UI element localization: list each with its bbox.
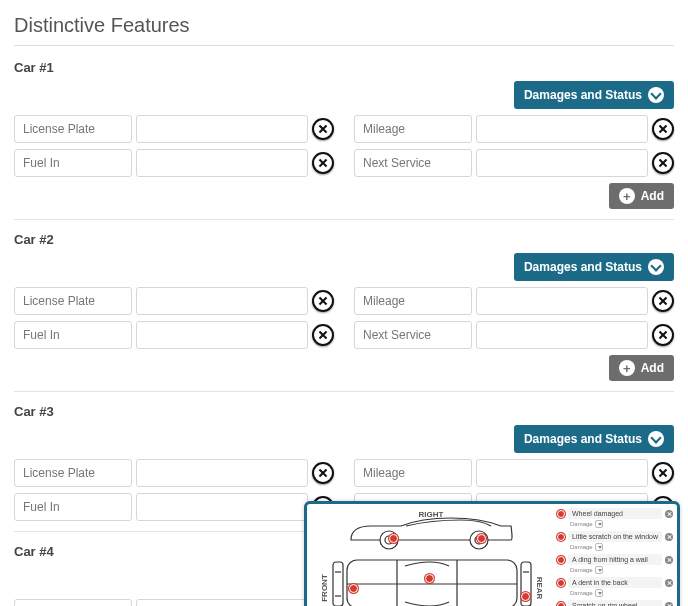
car-title: Car #1 — [14, 60, 674, 75]
next-service-input[interactable] — [476, 321, 648, 349]
damage-list-item: A dent in the back Damage — [557, 577, 673, 597]
delete-damage-button[interactable] — [665, 602, 673, 606]
svg-rect-4 — [347, 560, 517, 606]
diagram-label-right: RIGHT — [419, 510, 444, 519]
fuel-in-label: Fuel In — [14, 321, 132, 349]
license-plate-input[interactable] — [136, 115, 308, 143]
delete-field-button[interactable] — [652, 152, 674, 174]
damages-status-label: Damages and Status — [524, 88, 642, 102]
damage-type-dropdown[interactable] — [595, 543, 603, 551]
damage-list: Wheel damaged Damage Little scratch on t… — [555, 504, 677, 606]
delete-damage-button[interactable] — [665, 556, 673, 564]
mileage-input[interactable] — [476, 287, 648, 315]
damages-status-button[interactable]: Damages and Status — [514, 425, 674, 453]
damage-description: Wheel damaged — [568, 508, 662, 519]
license-plate-label: License Plate — [14, 459, 132, 487]
license-plate-input[interactable] — [136, 599, 308, 606]
mileage-input[interactable] — [476, 115, 648, 143]
license-plate-input[interactable] — [136, 459, 308, 487]
fuel-in-input[interactable] — [136, 149, 308, 177]
license-plate-label: License Plate — [14, 287, 132, 315]
fuel-in-label: Fuel In — [14, 149, 132, 177]
diagram-label-rear: REAR — [535, 577, 544, 600]
damage-bullet-icon — [557, 533, 565, 541]
fuel-in-label: Fuel In — [14, 493, 132, 521]
damages-status-button[interactable]: Damages and Status — [514, 81, 674, 109]
mileage-label: Mileage — [354, 459, 472, 487]
car-diagram[interactable]: RIGHT LEFT FRONT REAR — [307, 504, 555, 606]
damage-marker[interactable] — [349, 584, 358, 593]
car-block: Car #1 Damages and Status License Plate … — [14, 60, 674, 220]
delete-field-button[interactable] — [652, 462, 674, 484]
delete-damage-button[interactable] — [665, 510, 673, 518]
fuel-in-input[interactable] — [136, 493, 308, 521]
damage-type-dropdown[interactable] — [595, 566, 603, 574]
car-title: Car #3 — [14, 404, 674, 419]
car-title: Car #2 — [14, 232, 674, 247]
title-separator — [14, 45, 674, 46]
damage-marker[interactable] — [521, 592, 530, 601]
block-separator — [14, 219, 674, 220]
car-block: Car #2 Damages and Status License Plate … — [14, 232, 674, 392]
block-separator — [14, 391, 674, 392]
damage-type-label: Damage — [568, 567, 593, 573]
fuel-in-input[interactable] — [136, 321, 308, 349]
page-title: Distinctive Features — [14, 14, 674, 37]
damage-type-label: Damage — [568, 590, 593, 596]
license-plate-input[interactable] — [136, 287, 308, 315]
delete-damage-button[interactable] — [665, 579, 673, 587]
delete-field-button[interactable] — [312, 118, 334, 140]
damage-bullet-icon — [557, 510, 565, 518]
add-label: Add — [641, 361, 664, 375]
damage-description: A ding from hitting a wall — [568, 554, 662, 565]
delete-field-button[interactable] — [652, 290, 674, 312]
damages-status-label: Damages and Status — [524, 432, 642, 446]
damages-status-label: Damages and Status — [524, 260, 642, 274]
damage-description: Little scratch on the window — [568, 531, 662, 542]
delete-field-button[interactable] — [652, 118, 674, 140]
delete-field-button[interactable] — [312, 152, 334, 174]
damage-list-item: A ding from hitting a wall Damage — [557, 554, 673, 574]
damage-bullet-icon — [557, 556, 565, 564]
license-plate-label: License Plate — [14, 115, 132, 143]
damages-status-button[interactable]: Damages and Status — [514, 253, 674, 281]
damage-type-label: Damage — [568, 521, 593, 527]
delete-field-button[interactable] — [312, 324, 334, 346]
plus-icon: + — [619, 360, 635, 376]
chevron-down-icon — [648, 259, 664, 275]
chevron-down-icon — [648, 87, 664, 103]
mileage-label: Mileage — [354, 115, 472, 143]
diagram-label-front: FRONT — [320, 574, 329, 602]
delete-field-button[interactable] — [652, 324, 674, 346]
add-field-button[interactable]: + Add — [609, 355, 674, 381]
damage-bullet-icon — [557, 579, 565, 587]
chevron-down-icon — [648, 431, 664, 447]
mileage-input[interactable] — [476, 459, 648, 487]
delete-damage-button[interactable] — [665, 533, 673, 541]
damage-bullet-icon — [557, 602, 565, 606]
damage-list-item: Scratch on rim wheel Damage — [557, 600, 673, 606]
delete-field-button[interactable] — [312, 290, 334, 312]
damage-type-dropdown[interactable] — [595, 589, 603, 597]
damage-list-item: Wheel damaged Damage — [557, 508, 673, 528]
next-service-label: Next Service — [354, 321, 472, 349]
add-field-button[interactable]: + Add — [609, 183, 674, 209]
plus-icon: + — [619, 188, 635, 204]
next-service-label: Next Service — [354, 149, 472, 177]
damage-description: Scratch on rim wheel — [568, 600, 662, 606]
damage-list-item: Little scratch on the window Damage — [557, 531, 673, 551]
mileage-label: Mileage — [354, 287, 472, 315]
damage-description: A dent in the back — [568, 577, 662, 588]
delete-field-button[interactable] — [312, 462, 334, 484]
damage-marker[interactable] — [477, 534, 486, 543]
damage-type-dropdown[interactable] — [595, 520, 603, 528]
damage-marker[interactable] — [389, 534, 398, 543]
damage-diagram-popup: RIGHT LEFT FRONT REAR Wheel damaged Dama… — [304, 501, 680, 606]
add-label: Add — [641, 189, 664, 203]
next-service-input[interactable] — [476, 149, 648, 177]
damage-type-label: Damage — [568, 544, 593, 550]
license-plate-label: License Plate — [14, 599, 132, 606]
damage-marker[interactable] — [425, 574, 434, 583]
car-outline-svg — [307, 504, 555, 606]
svg-rect-6 — [333, 562, 343, 606]
